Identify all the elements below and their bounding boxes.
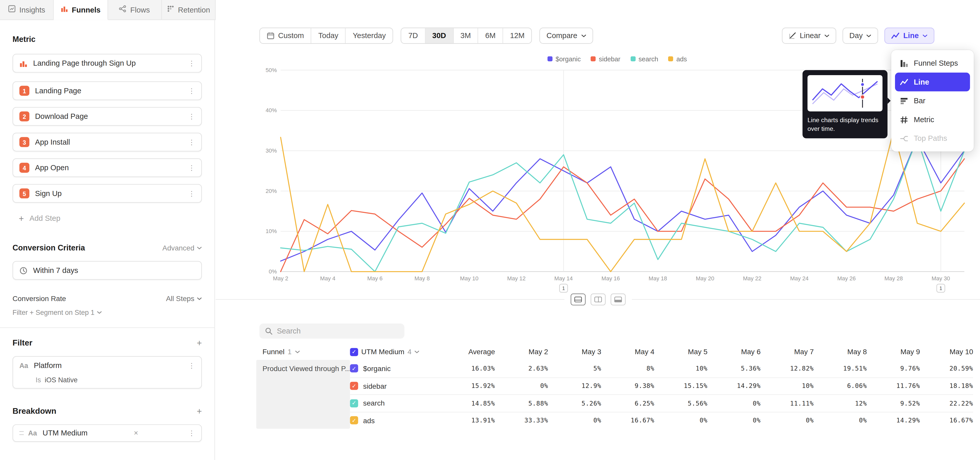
kebab-menu-icon[interactable]: ⋮ <box>184 361 195 369</box>
conversion-window-card[interactable]: Within 7 days <box>13 261 202 280</box>
advanced-label: Advanced <box>162 244 194 251</box>
remove-breakdown-icon[interactable]: × <box>131 429 141 438</box>
kebab-menu-icon[interactable]: ⋮ <box>184 189 195 198</box>
range-30d-button[interactable]: 30D <box>425 28 453 43</box>
legend-item[interactable]: sidebar <box>591 55 620 62</box>
legend-item[interactable]: search <box>630 55 658 62</box>
breakdown-item-card[interactable]: Aa UTM Medium × ⋮ <box>13 424 202 442</box>
layout-table-bottom-button[interactable] <box>610 294 625 306</box>
table-cell: 9.38% <box>601 377 654 395</box>
layout-split-horizontal-button[interactable] <box>570 294 585 306</box>
table-column-header[interactable]: May 6 <box>708 343 760 360</box>
tab-flows[interactable]: Flows <box>108 0 162 19</box>
metric-heading: Metric <box>13 35 202 44</box>
table-row-label[interactable]: ✓ ads <box>350 411 425 428</box>
add-step-button[interactable]: + Add Step <box>13 209 202 227</box>
menu-item-bar[interactable]: Bar <box>895 91 970 110</box>
table-row-label[interactable]: ✓ sidebar <box>350 377 425 395</box>
tab-retention[interactable]: Retention <box>162 0 215 19</box>
breakdown-count: 4 <box>407 348 412 356</box>
drag-handle-icon[interactable] <box>19 431 24 435</box>
table-column-header[interactable]: May 8 <box>814 343 867 360</box>
chart-type-dropdown[interactable]: Line <box>885 27 934 44</box>
add-breakdown-button[interactable]: + <box>197 407 202 415</box>
select-all-checkbox[interactable]: ✓ <box>350 348 358 356</box>
row-checkbox[interactable]: ✓ <box>350 399 358 407</box>
table-funnel-header[interactable]: Funnel 1 <box>256 343 350 360</box>
today-button[interactable]: Today <box>311 28 346 43</box>
interval-dropdown[interactable]: Day <box>842 27 878 44</box>
range-7d-button[interactable]: 7D <box>401 28 425 43</box>
table-row-label[interactable]: ✓ $organic <box>350 360 425 377</box>
kebab-menu-icon[interactable]: ⋮ <box>184 112 195 121</box>
table-cell: 20.59% <box>920 360 973 377</box>
kebab-menu-icon[interactable]: ⋮ <box>184 138 195 146</box>
add-filter-button[interactable]: + <box>197 339 202 347</box>
table-cell: 6.06% <box>814 377 867 395</box>
custom-date-button[interactable]: Custom <box>260 28 312 43</box>
row-checkbox[interactable]: ✓ <box>350 382 358 390</box>
table-search[interactable] <box>259 324 404 339</box>
kebab-menu-icon[interactable]: ⋮ <box>184 87 195 95</box>
table-cell: 0% <box>654 411 708 428</box>
row-checkbox[interactable]: ✓ <box>350 364 358 372</box>
line-chart-icon <box>891 32 900 40</box>
funnel-step[interactable]: 3 App Install ⋮ <box>13 133 202 151</box>
kebab-menu-icon[interactable]: ⋮ <box>184 59 195 67</box>
funnel-steps-list: 1 Landing Page ⋮ 2 Download Page ⋮ 3 App… <box>13 81 202 203</box>
chart-controls: Linear Day Line <box>782 27 934 44</box>
range-3m-button[interactable]: 3M <box>453 28 478 43</box>
menu-item-funnel-steps[interactable]: Funnel Steps <box>895 54 970 73</box>
table-column-header[interactable]: May 5 <box>654 343 708 360</box>
legend-item[interactable]: $organic <box>547 55 581 62</box>
table-group-cell[interactable]: Product Viewed through P... <box>256 360 350 428</box>
table-breakdown-header[interactable]: ✓ UTM Medium 4 <box>350 343 425 360</box>
table-column-header[interactable]: Average <box>425 343 495 360</box>
yesterday-button[interactable]: Yesterday <box>346 28 393 43</box>
linear-scale-dropdown[interactable]: Linear <box>782 27 836 44</box>
kebab-menu-icon[interactable]: ⋮ <box>184 164 195 172</box>
advanced-dropdown[interactable]: Advanced <box>162 244 202 251</box>
filter-segment-dropdown[interactable]: Filter + Segment on Step 1 <box>13 308 202 316</box>
table-column-header[interactable]: May 7 <box>760 343 814 360</box>
funnel-step[interactable]: 5 Sign Up ⋮ <box>13 184 202 203</box>
legend-label: $organic <box>555 55 581 62</box>
step-number-badge: 1 <box>19 86 29 96</box>
table-row-label[interactable]: ✓ search <box>350 395 425 411</box>
filter-operator[interactable]: Is <box>36 376 41 383</box>
tab-insights[interactable]: Insights <box>0 0 54 19</box>
funnel-step[interactable]: 1 Landing Page ⋮ <box>13 81 202 100</box>
svg-text:May 18: May 18 <box>649 275 667 282</box>
table-column-header[interactable]: May 10 <box>920 343 973 360</box>
filter-value[interactable]: iOS Native <box>45 376 78 383</box>
table-cell: 18.18% <box>920 377 973 395</box>
range-6m-button[interactable]: 6M <box>478 28 503 43</box>
kebab-menu-icon[interactable]: ⋮ <box>184 429 195 437</box>
tab-funnels[interactable]: Funnels <box>54 0 108 20</box>
table-column-header[interactable]: May 4 <box>601 343 654 360</box>
svg-text:0%: 0% <box>269 268 277 275</box>
table-cell: 5.56% <box>654 395 708 411</box>
funnel-step[interactable]: 4 App Open ⋮ <box>13 158 202 177</box>
all-steps-dropdown[interactable]: All Steps <box>166 295 202 302</box>
legend-swatch <box>630 56 635 61</box>
conversion-rate-label: Conversion Rate <box>13 295 66 302</box>
retention-icon <box>167 5 174 14</box>
table-column-header[interactable]: May 2 <box>495 343 548 360</box>
range-12m-button[interactable]: 12M <box>503 28 531 43</box>
funnel-step[interactable]: 2 Download Page ⋮ <box>13 107 202 126</box>
compare-button[interactable]: Compare <box>539 27 593 44</box>
bar-chart-icon <box>900 97 908 105</box>
table-column-header[interactable]: May 9 <box>867 343 920 360</box>
table-column-header[interactable]: May 3 <box>548 343 601 360</box>
menu-item-metric[interactable]: Metric <box>895 110 970 129</box>
menu-item-line[interactable]: Line <box>895 73 970 91</box>
filter-item-card[interactable]: Aa Platform ⋮ Is iOS Native <box>13 356 202 388</box>
svg-text:May 10: May 10 <box>460 275 479 282</box>
plus-icon: + <box>19 214 24 223</box>
funnel-title-card[interactable]: Landing Page through Sign Up ⋮ <box>13 54 202 73</box>
layout-split-vertical-button[interactable] <box>590 294 605 306</box>
search-input[interactable] <box>277 327 399 335</box>
legend-item[interactable]: ads <box>668 55 687 62</box>
row-checkbox[interactable]: ✓ <box>350 416 358 425</box>
